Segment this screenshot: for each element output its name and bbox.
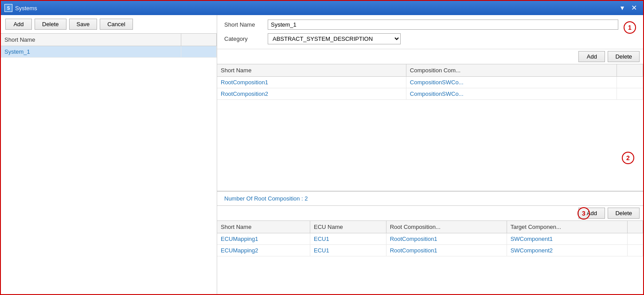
dropdown-button[interactable]: ▾ [618,4,627,12]
form-fields: Short Name Category ABSTRACT_SYSTEM_DESC… [224,20,618,44]
short-name-input[interactable] [268,20,618,30]
badge-2: 2 [622,152,634,164]
bot-row2-short-name: ECUMapping2 [217,245,310,256]
category-label: Category [224,35,264,42]
root-count: Number Of Root Composition : 2 [217,191,643,205]
top-row1-extra [617,77,643,88]
left-table: Short Name System_1 [1,34,217,294]
bot-col-short-name: Short Name [217,221,310,233]
bot-row1-root-comp: RootComposition1 [386,233,507,245]
top-data-table: Short Name Composition Com... RootCompos… [217,64,643,191]
bot-col-root-comp: Root Composition... [386,221,507,233]
form-badge-area: Short Name Category ABSTRACT_SYSTEM_DESC… [217,15,643,49]
top-table-area: Add Delete Short Name Composition Com... [217,49,643,191]
left-col-short-name: Short Name [1,34,181,46]
bot-row1-target-comp: SWComponent1 [507,233,627,245]
top-add-button[interactable]: Add [578,51,605,62]
main-content: Add Delete Save Cancel Short Name Syst [1,15,643,294]
bot-col-empty [627,221,643,233]
table-row[interactable]: ECUMapping2 ECU1 RootComposition1 SWComp… [217,245,643,256]
close-button[interactable]: ✕ [628,4,640,12]
top-delete-button[interactable]: Delete [608,51,640,62]
add-button[interactable]: Add [5,19,32,30]
table-row[interactable]: RootComposition1 CompositionSWCo... [217,77,643,88]
short-name-label: Short Name [224,21,264,28]
bot-row1-ecu-name: ECU1 [310,233,386,245]
bot-row2-ecu-name: ECU1 [310,245,386,256]
save-button[interactable]: Save [69,19,98,30]
category-select[interactable]: ABSTRACT_SYSTEM_DESCRIPTION [268,33,401,44]
left-panel: Add Delete Save Cancel Short Name Syst [1,15,217,294]
table-row[interactable]: System_1 [1,46,217,58]
bot-row2-extra [627,245,643,256]
cancel-button[interactable]: Cancel [100,19,133,30]
left-toolbar: Add Delete Save Cancel [1,15,217,34]
top-row2-extra [617,88,643,100]
bottom-table: Short Name ECU Name Root Composition... … [217,221,643,294]
bot-col-ecu-name: ECU Name [310,221,386,233]
top-col-short-name: Short Name [217,64,406,77]
top-row2-comp: CompositionSWCo... [406,88,617,100]
left-row-short-name: System_1 [1,46,181,58]
bottom-section: 3 Add Delete Short Name ECU Name Root Co… [217,205,643,294]
bottom-toolbar: 3 Add Delete [217,206,643,221]
top-col-empty [617,64,643,77]
top-row1-comp: CompositionSWCo... [406,77,617,88]
bot-col-target-comp: Target Componen... [507,221,627,233]
title-bar: S Systems ▾ ✕ [1,1,643,15]
main-window: S Systems ▾ ✕ Add Delete Save Cancel Sho… [0,0,644,295]
short-name-row: Short Name [224,20,618,30]
top-table-toolbar: Add Delete [217,49,643,64]
mid-area: Add Delete Short Name Composition Com... [217,49,643,205]
window-title: Systems [15,5,37,12]
window-controls: ▾ ✕ [618,4,640,12]
left-row-col2 [181,46,216,58]
bot-row2-root-comp: RootComposition1 [386,245,507,256]
delete-button[interactable]: Delete [35,19,66,30]
badge-2-container: 2 [622,152,634,164]
bot-row1-short-name: ECUMapping1 [217,233,310,245]
category-row: Category ABSTRACT_SYSTEM_DESCRIPTION [224,33,618,44]
top-col-comp: Composition Com... [406,64,617,77]
table-row[interactable]: ECUMapping1 ECU1 RootComposition1 SWComp… [217,233,643,245]
bot-row1-extra [627,233,643,245]
app-icon: S [4,4,12,12]
left-col-empty [181,34,216,46]
right-panel: Short Name Category ABSTRACT_SYSTEM_DESC… [217,15,643,294]
top-row2-short-name: RootComposition2 [217,88,406,100]
table-row[interactable]: RootComposition2 CompositionSWCo... [217,88,643,100]
badge-3: 3 [578,207,590,220]
bot-row2-target-comp: SWComponent2 [507,245,627,256]
badge-1: 1 [624,21,636,34]
top-row1-short-name: RootComposition1 [217,77,406,88]
bottom-delete-button[interactable]: Delete [608,208,640,219]
